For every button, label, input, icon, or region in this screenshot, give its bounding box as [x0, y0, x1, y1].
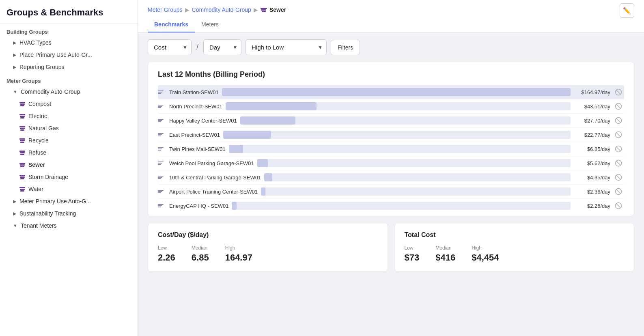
- sidebar-item-label: Compost: [28, 101, 51, 107]
- breadcrumb-row: Meter Groups ▶ Commodity Auto-Group ▶ Se…: [148, 6, 634, 18]
- layers-icon: [19, 138, 25, 143]
- bar-row-icon: [158, 162, 166, 165]
- stats-row: Cost/Day ($/day) Low 2.26 Median 6.85 Hi…: [148, 223, 634, 271]
- sidebar-header: Groups & Benchmarks: [0, 0, 138, 24]
- bar-row-icon: [158, 105, 166, 108]
- sidebar-item-place[interactable]: ▶ Place Primary Use Auto-Gr...: [0, 49, 138, 61]
- sort-select[interactable]: High to Low Low to High Alphabetical: [246, 39, 327, 55]
- bar-value: $164.97/day: [574, 89, 610, 95]
- sidebar-item-label: Storm Drainage: [28, 174, 68, 180]
- sidebar: Groups & Benchmarks Building Groups ▶ HV…: [0, 0, 138, 336]
- sidebar-item-commodity[interactable]: ▼ Commodity Auto-Group: [0, 86, 138, 98]
- stat-low-value: 2.26: [158, 252, 175, 263]
- bar-label: Twin Pines Mall-SEW01: [169, 146, 226, 152]
- stat-median: Median $416: [435, 245, 455, 263]
- svg-line-9: [616, 147, 621, 151]
- layers-icon: [19, 187, 25, 192]
- bars-container: Train Station-SEW01 $164.97/day North Pr…: [158, 85, 624, 213]
- sidebar-item-label: Sustainability Tracking: [19, 210, 76, 217]
- layers-icon: [19, 114, 25, 118]
- stat-values: Low 2.26 Median 6.85 High 164.97: [158, 245, 378, 263]
- bar-actions[interactable]: [613, 174, 624, 181]
- bar-fill: [222, 88, 571, 96]
- bar-container: EnergyCAP HQ - SEW01: [169, 202, 571, 210]
- breadcrumb-commodity[interactable]: Commodity Auto-Group: [192, 6, 251, 13]
- tab-meters[interactable]: Meters: [195, 18, 225, 32]
- sidebar-item-reporting[interactable]: ▶ Reporting Groups: [0, 61, 138, 73]
- period-select-wrapper: Day Month Year ▼: [203, 39, 241, 55]
- sidebar-item-compost[interactable]: Compost: [0, 98, 138, 110]
- stat-high-value: 164.97: [225, 252, 252, 263]
- stat-low-label: Low: [158, 245, 175, 251]
- stat-values: Low $73 Median $416 High $4,454: [405, 245, 625, 263]
- bar-track: [261, 187, 571, 196]
- breadcrumb-sep2: ▶: [254, 6, 258, 13]
- sidebar-item-label: Sewer: [28, 162, 45, 168]
- tabs: Benchmarks Meters: [148, 18, 634, 32]
- bar-value: $27.70/day: [574, 118, 610, 124]
- edit-button[interactable]: ✏️: [620, 3, 634, 18]
- bar-value: $4.35/day: [574, 174, 610, 181]
- chevron-right-icon: ▶: [13, 52, 16, 58]
- bar-track: [257, 159, 571, 167]
- bar-row-icon: [158, 204, 166, 207]
- bar-row-icon: [158, 119, 166, 122]
- bar-container: Welch Pool Parking Garage-SEW01: [169, 159, 571, 167]
- bar-actions[interactable]: [613, 202, 624, 209]
- sidebar-item-label: Tenant Meters: [21, 222, 57, 229]
- bar-container: Twin Pines Mall-SEW01: [169, 145, 571, 153]
- sidebar-item-sustainability[interactable]: ▶ Sustainability Tracking: [0, 207, 138, 220]
- chart-section: Last 12 Months (Billing Period) Train St…: [148, 62, 634, 216]
- bar-container: Happy Valley Center-SEW01: [169, 116, 571, 125]
- sidebar-item-label: Refuse: [28, 149, 46, 156]
- breadcrumb-current-label: Sewer: [269, 6, 286, 13]
- sidebar-item-label: Electric: [28, 113, 47, 119]
- bar-actions[interactable]: [613, 159, 624, 167]
- sidebar-item-label: Recycle: [28, 137, 49, 144]
- bar-row-icon: [158, 176, 166, 179]
- stat-median: Median 6.85: [192, 245, 209, 263]
- bar-row: 10th & Central Parking Garage-SEW01 $4.3…: [158, 170, 624, 185]
- sidebar-item-electric[interactable]: Electric: [0, 110, 138, 122]
- sidebar-item-refuse[interactable]: Refuse: [0, 146, 138, 159]
- chart-title: Last 12 Months (Billing Period): [158, 70, 624, 79]
- breadcrumb-layers-icon: [261, 8, 267, 12]
- controls-row: Cost Usage Intensity ▼ / Day Month Year …: [138, 33, 644, 62]
- bar-container: North Precinct-SEW01: [169, 102, 571, 110]
- bar-fill: [240, 116, 296, 125]
- breadcrumb-meter-groups[interactable]: Meter Groups: [148, 6, 183, 13]
- stat-high-value: $4,454: [472, 252, 499, 263]
- main-header: Meter Groups ▶ Commodity Auto-Group ▶ Se…: [138, 0, 644, 33]
- bar-row: Twin Pines Mall-SEW01 $6.85/day: [158, 142, 624, 156]
- bar-actions[interactable]: [613, 88, 624, 96]
- period-select[interactable]: Day Month Year: [203, 39, 241, 55]
- sidebar-item-naturalgas[interactable]: Natural Gas: [0, 122, 138, 134]
- bar-actions[interactable]: [613, 131, 624, 138]
- bar-actions[interactable]: [613, 103, 624, 110]
- stat-high: High $4,454: [472, 245, 499, 263]
- sidebar-item-water[interactable]: Water: [0, 183, 138, 195]
- bar-actions[interactable]: [613, 117, 624, 124]
- sidebar-item-sewer[interactable]: Sewer: [0, 159, 138, 171]
- sidebar-item-label: Natural Gas: [28, 125, 59, 131]
- svg-line-3: [616, 104, 621, 109]
- chevron-down-icon: ▼: [13, 89, 17, 94]
- sidebar-item-storm[interactable]: Storm Drainage: [0, 171, 138, 183]
- chevron-right-icon: ▶: [13, 199, 16, 204]
- sidebar-item-label: Meter Primary Use Auto-G...: [19, 198, 91, 205]
- sidebar-item-recycle[interactable]: Recycle: [0, 134, 138, 146]
- bar-actions[interactable]: [613, 145, 624, 153]
- bar-actions[interactable]: [613, 188, 624, 195]
- bar-row: North Precinct-SEW01 $43.51/day: [158, 99, 624, 114]
- stat-high: High 164.97: [225, 245, 252, 263]
- sidebar-item-hvac[interactable]: ▶ HVAC Types: [0, 37, 138, 49]
- bar-value: $2.36/day: [574, 189, 610, 195]
- sort-select-wrapper: High to Low Low to High Alphabetical ▼: [246, 39, 327, 55]
- sidebar-item-primaryuse[interactable]: ▶ Meter Primary Use Auto-G...: [0, 195, 138, 207]
- filters-button[interactable]: Filters: [331, 40, 360, 55]
- breadcrumb-current: Sewer: [261, 6, 286, 13]
- sidebar-item-tenant[interactable]: ▼ Tenant Meters: [0, 220, 138, 232]
- stat-card-title: Total Cost: [405, 231, 625, 239]
- metric-select[interactable]: Cost Usage Intensity: [148, 39, 192, 55]
- tab-benchmarks[interactable]: Benchmarks: [148, 18, 195, 32]
